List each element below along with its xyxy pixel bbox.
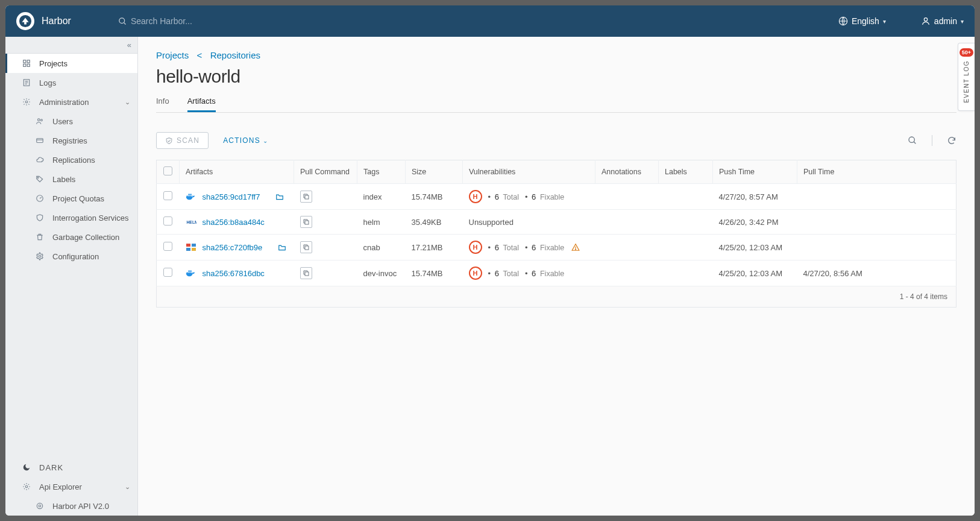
labels-cell <box>659 210 713 235</box>
row-checkbox[interactable] <box>157 260 180 286</box>
table-row: HELM sha256:b8aa484c helm 35.49KB Unsupp… <box>157 210 956 235</box>
labels-cell <box>659 260 713 286</box>
tab-info[interactable]: Info <box>156 94 169 112</box>
sidebar-item-configuration[interactable]: Configuration <box>5 247 137 266</box>
tab-artifacts[interactable]: Artifacts <box>187 94 216 112</box>
app-logo[interactable]: Harbor <box>16 12 71 30</box>
sidebar-item-label: Users <box>52 117 73 126</box>
svg-rect-47 <box>305 272 309 276</box>
language-label: English <box>852 16 879 26</box>
trash-icon <box>36 233 46 241</box>
event-log-tab[interactable]: 50+ EVENT LOG <box>958 43 975 111</box>
col-pull-command[interactable]: Pull Command <box>294 160 357 184</box>
search-icon[interactable] <box>908 136 917 145</box>
language-selector[interactable]: English ▾ <box>838 16 886 26</box>
row-checkbox[interactable] <box>157 235 180 260</box>
copy-icon[interactable] <box>300 216 312 228</box>
gauge-icon <box>36 194 46 203</box>
sidebar-item-interrogation[interactable]: Interrogation Services <box>5 208 137 227</box>
sidebar-item-label: Logs <box>39 78 56 87</box>
row-checkbox[interactable] <box>157 210 180 235</box>
col-push-time[interactable]: Push Time <box>713 160 797 184</box>
vuln-fixable: • 6 Fixable <box>525 269 564 278</box>
sidebar-item-label: Api Explorer <box>39 482 82 491</box>
dark-mode-toggle[interactable]: DARK <box>5 458 137 477</box>
col-vulnerabilities[interactable]: Vulnerabilities <box>463 160 595 184</box>
select-all-header[interactable] <box>157 160 180 184</box>
actions-dropdown[interactable]: ACTIONS ⌄ <box>223 136 268 145</box>
sidebar-item-label: Harbor API V2.0 <box>52 502 109 511</box>
folder-icon[interactable] <box>275 193 284 200</box>
push-time: 4/25/20, 12:03 AM <box>719 269 783 278</box>
breadcrumb-repositories[interactable]: Repositories <box>210 50 260 60</box>
svg-line-3 <box>124 22 125 24</box>
search-input[interactable] <box>131 16 371 26</box>
col-annotations[interactable]: Annotations <box>595 160 659 184</box>
event-log-label: EVENT LOG <box>963 60 970 103</box>
copy-icon[interactable] <box>300 241 312 253</box>
page-title: hello-world <box>156 66 956 87</box>
svg-line-26 <box>914 142 916 144</box>
severity-badge: H <box>469 241 482 254</box>
app-window: Harbor English ▾ admin ▾ « <box>5 5 975 516</box>
col-artifacts[interactable]: Artifacts <box>180 160 294 184</box>
breadcrumb-separator: < <box>194 50 204 60</box>
sidebar-item-projects[interactable]: Projects <box>5 54 137 73</box>
svg-rect-30 <box>188 194 189 195</box>
breadcrumb-projects[interactable]: Projects <box>156 50 189 60</box>
sidebar-item-registries[interactable]: Registries <box>5 131 137 150</box>
refresh-icon[interactable] <box>947 136 956 145</box>
severity-badge: H <box>469 190 482 203</box>
sidebar-item-logs[interactable]: Logs <box>5 73 137 92</box>
checkbox-icon <box>163 216 172 226</box>
sidebar-item-label: Administration <box>39 98 89 107</box>
sidebar-section-administration[interactable]: Administration ⌄ <box>5 92 137 112</box>
artifact-link[interactable]: sha256:9cd17ff7 <box>203 192 260 201</box>
svg-rect-8 <box>24 64 26 66</box>
sidebar-item-labels[interactable]: Labels <box>5 169 137 189</box>
chevron-down-icon: ⌄ <box>125 98 130 106</box>
tabs: Info Artifacts <box>156 94 956 113</box>
sidebar-collapse-button[interactable]: « <box>5 37 137 54</box>
sidebar-section-api-explorer[interactable]: Api Explorer ⌄ <box>5 477 137 496</box>
projects-icon <box>22 59 33 68</box>
moon-icon <box>22 463 33 472</box>
folder-icon[interactable] <box>278 244 286 251</box>
copy-icon[interactable] <box>300 267 312 279</box>
checkbox-icon <box>163 242 172 251</box>
artifact-link[interactable]: sha256:c720fb9e <box>203 243 263 252</box>
svg-rect-34 <box>305 221 309 224</box>
annotations-cell <box>595 235 659 260</box>
users-icon <box>36 117 46 125</box>
labels-cell <box>659 235 713 260</box>
sidebar-item-garbage-collection[interactable]: Garbage Collection <box>5 227 137 247</box>
toolbar: SCAN ACTIONS ⌄ <box>156 132 956 149</box>
annotations-cell <box>595 184 659 210</box>
shield-check-icon <box>165 137 173 145</box>
col-labels[interactable]: Labels <box>659 160 713 184</box>
sidebar-item-users[interactable]: Users <box>5 112 137 131</box>
sidebar-item-label: Configuration <box>52 252 99 261</box>
push-time: 4/26/20, 3:42 PM <box>719 218 779 227</box>
scan-label: SCAN <box>177 136 199 145</box>
svg-point-19 <box>37 177 39 178</box>
sidebar-item-label: Project Quotas <box>52 194 104 203</box>
sidebar-item-project-quotas[interactable]: Project Quotas <box>5 189 137 208</box>
sidebar-item-label: Interrogation Services <box>52 213 128 223</box>
search-container <box>118 16 371 26</box>
copy-icon[interactable] <box>300 191 312 203</box>
chevron-left-double-icon: « <box>127 40 131 49</box>
user-menu[interactable]: admin ▾ <box>921 16 964 26</box>
artifact-link[interactable]: sha256:b8aa484c <box>203 218 265 227</box>
col-pull-time[interactable]: Pull Time <box>797 160 956 184</box>
warning-icon <box>571 243 580 251</box>
artifact-link[interactable]: sha256:67816dbc <box>203 269 265 278</box>
sidebar-item-replications[interactable]: Replications <box>5 150 137 169</box>
size-value: 35.49KB <box>412 218 442 227</box>
col-tags[interactable]: Tags <box>357 160 406 184</box>
row-checkbox[interactable] <box>157 184 180 210</box>
scan-button[interactable]: SCAN <box>156 132 209 149</box>
sidebar-item-harbor-api[interactable]: Harbor API V2.0 <box>5 496 137 516</box>
sidebar: « Projects Logs <box>5 37 138 516</box>
col-size[interactable]: Size <box>406 160 463 184</box>
